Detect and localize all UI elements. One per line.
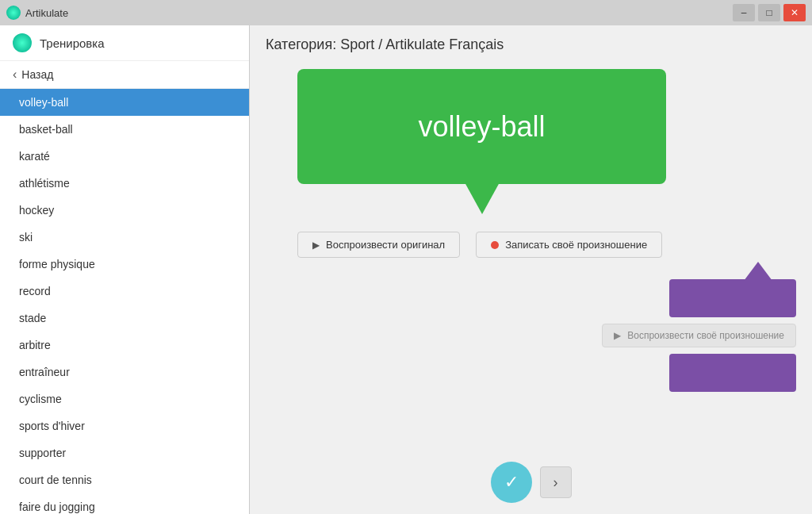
back-arrow-icon: ‹ (13, 67, 17, 82)
play-original-button[interactable]: ▶ Воспроизвести оригинал (297, 232, 460, 258)
sidebar-item-arbitre[interactable]: arbitre (0, 332, 249, 359)
sidebar-item-volley-ball[interactable]: volley-ball (0, 89, 249, 116)
sidebar-item-hockey[interactable]: hockey (0, 197, 249, 224)
title-bar-title: Artikulate (25, 7, 68, 19)
next-button[interactable]: › (540, 466, 572, 498)
play-icon: ▶ (312, 240, 320, 251)
sidebar-item-athletisme[interactable]: athlétisme (0, 170, 249, 197)
sidebar-item-court-tennis[interactable]: court de tennis (0, 466, 249, 493)
record-label: Записать своё произношение (505, 239, 647, 251)
sidebar-header-title: Тренировка (40, 36, 105, 50)
word-display: volley-ball (418, 110, 545, 144)
check-icon: ✓ (504, 472, 519, 493)
content-area: volley-ball ▶ Воспроизвести оригинал Зап… (250, 61, 812, 452)
recording-waveform-top (669, 279, 796, 317)
sidebar-logo-icon (13, 33, 32, 52)
sidebar-list: volley-ballbasket-ballkaratéathlétismeho… (0, 89, 249, 514)
app-body: Тренировка ‹ Назад volley-ballbasket-bal… (0, 25, 812, 514)
sidebar-item-supporter[interactable]: supporter (0, 439, 249, 466)
back-label: Назад (21, 68, 53, 81)
sidebar-item-entraineur[interactable]: entraîneur (0, 359, 249, 386)
sidebar-item-sports-hiver[interactable]: sports d'hiver (0, 412, 249, 439)
sidebar-item-karate[interactable]: karaté (0, 143, 249, 170)
sidebar-item-stade[interactable]: stade (0, 305, 249, 332)
app-logo-icon (6, 6, 21, 20)
record-dot-icon (491, 241, 499, 249)
next-arrow-icon: › (553, 474, 558, 491)
record-button[interactable]: Записать своё произношение (476, 232, 662, 258)
back-button[interactable]: ‹ Назад (0, 61, 249, 89)
check-button[interactable]: ✓ (491, 462, 532, 503)
sidebar-item-ski[interactable]: ski (0, 224, 249, 251)
sidebar-item-cyclisme[interactable]: cyclisme (0, 386, 249, 412)
sidebar-item-record[interactable]: record (0, 278, 249, 305)
recording-widget: ▶ Воспроизвести своё произношение (602, 279, 796, 392)
maximize-button[interactable]: □ (758, 4, 780, 21)
sidebar-item-faire-jogging[interactable]: faire du jogging (0, 493, 249, 514)
play-own-button[interactable]: ▶ Воспроизвести своё произношение (602, 324, 796, 347)
speech-bubble-wrapper: volley-ball (297, 69, 666, 184)
main-content: Категория: Sport / Artikulate Français v… (250, 25, 812, 514)
category-header: Категория: Sport / Artikulate Français (250, 25, 812, 61)
close-button[interactable]: ✕ (783, 4, 806, 21)
speech-bubble-tail-icon (465, 182, 500, 214)
play-own-label: Воспроизвести своё произношение (627, 330, 784, 341)
recording-bubble-tail-icon (744, 262, 772, 281)
title-bar: Artikulate – □ ✕ (0, 0, 812, 25)
bottom-navigation: ✓ › (250, 452, 812, 514)
title-bar-controls: – □ ✕ (733, 4, 806, 21)
sidebar-item-basket-ball[interactable]: basket-ball (0, 116, 249, 143)
action-buttons-row: ▶ Воспроизвести оригинал Записать своё п… (297, 232, 662, 258)
play-original-label: Воспроизвести оригинал (326, 239, 445, 251)
play-own-icon: ▶ (614, 330, 621, 341)
sidebar: Тренировка ‹ Назад volley-ballbasket-bal… (0, 25, 250, 514)
sidebar-item-forme-physique[interactable]: forme physique (0, 251, 249, 278)
recording-waveform-bottom (669, 354, 796, 392)
sidebar-header: Тренировка (0, 25, 249, 61)
minimize-button[interactable]: – (733, 4, 755, 21)
title-bar-left: Artikulate (6, 6, 68, 20)
speech-bubble: volley-ball (297, 69, 666, 184)
